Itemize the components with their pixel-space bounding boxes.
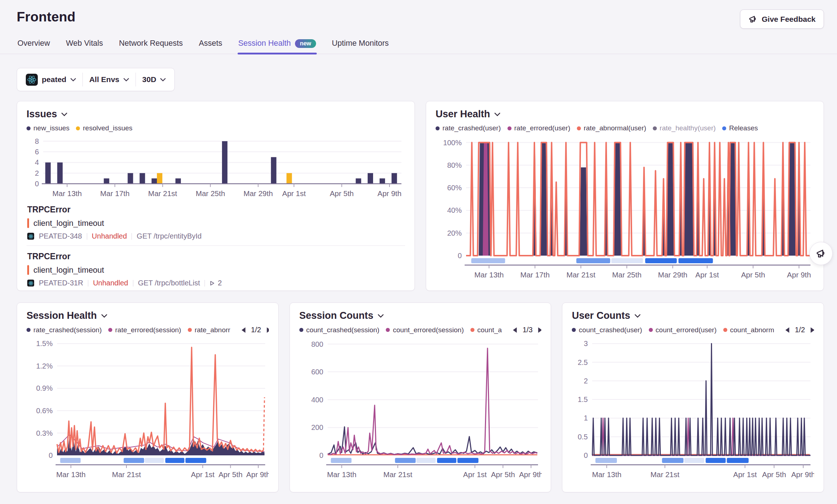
svg-text:0.3%: 0.3% [36,429,53,437]
svg-text:Apr 5th: Apr 5th [491,470,515,479]
react-project-icon [27,280,34,286]
legend-item-rate-errored[interactable]: rate_errored(user) [508,124,570,132]
environment-filter[interactable]: All Envs [83,72,136,87]
svg-text:Mar 13th: Mar 13th [56,470,86,479]
issues-chart[interactable]: 02468Mar 13thMar 17thMar 21stMar 25thMar… [27,134,405,200]
svg-text:3: 3 [584,340,588,347]
user-counts-chart[interactable]: 00.511.522.53Mar 13thMar 21stApr 1stApr … [572,336,814,481]
session-health-widget-title[interactable]: Session Health [27,310,107,321]
legend-item-rate-abnormal[interactable]: rate_abnormal(user) [577,124,646,132]
legend-next-button[interactable] [266,326,269,334]
svg-text:Apr 9th: Apr 9th [377,189,401,198]
issues-widget-title[interactable]: Issues [27,109,67,120]
legend-next-button[interactable] [537,326,541,334]
session-counts-legend: count_crashed(session) count_errored(ses… [299,326,542,334]
svg-text:40%: 40% [447,206,462,214]
session-counts-widget-title[interactable]: Session Counts [299,310,384,321]
legend-item-count-abnormal-session[interactable]: count_a [470,326,502,334]
legend-page-indicator: 1/2 [251,326,261,334]
project-filter[interactable]: peated [19,72,82,87]
legend-prev-button[interactable] [240,326,247,334]
tab-network-requests[interactable]: Network Requests [118,35,184,54]
svg-text:1.5: 1.5 [578,395,588,403]
svg-text:Apr 5th: Apr 5th [218,470,242,479]
issue-row[interactable]: TRPCError client_login_timeout PEATED-31… [27,247,405,291]
svg-text:Apr 1st: Apr 1st [282,189,306,198]
svg-text:2: 2 [584,377,588,385]
legend-dot [577,126,581,130]
svg-text:2.5: 2.5 [578,358,588,366]
svg-text:Mar 17th: Mar 17th [100,189,130,198]
legend-item-rate-healthy[interactable]: rate_healthy(user) [653,124,716,132]
legend-item-rate-crashed[interactable]: rate_crashed(user) [436,124,501,132]
svg-text:0: 0 [458,252,462,260]
issue-short-id: PEATED-31R [39,279,83,287]
issue-short-id: PEATED-348 [39,232,82,240]
legend-item-count-crashed-session[interactable]: count_crashed(session) [299,326,380,334]
legend-item-count-abnormal-user[interactable]: count_abnorm [723,326,774,334]
page-title: Frontend [17,9,76,25]
legend-dot [188,328,192,332]
list-divider [27,245,405,246]
chevron-down-icon [160,78,166,81]
legend-item-releases[interactable]: Releases [722,124,758,132]
legend-prev-button[interactable] [511,326,518,334]
date-range-filter[interactable]: 30D [136,72,173,87]
issue-row[interactable]: TRPCError client_login_timeout PEATED-34… [27,200,405,245]
floating-feedback-button[interactable] [809,242,833,265]
legend-page-indicator: 1/2 [795,326,805,334]
svg-text:Apr 1st: Apr 1st [463,470,486,479]
legend-item-rate-abnormal-session[interactable]: rate_abnorr [188,326,230,334]
tab-overview[interactable]: Overview [17,35,51,54]
user-health-legend: rate_crashed(user) rate_errored(user) ra… [436,124,814,132]
chevron-down-icon [61,113,67,116]
user-counts-widget-title[interactable]: User Counts [572,310,640,321]
user-counts-widget: User Counts count_crashed(user) count_er… [562,302,824,492]
issue-message-row: client_login_timeout [27,265,404,275]
svg-text:Mar 21st: Mar 21st [383,470,412,479]
session-health-chart[interactable]: 00.3%0.6%0.9%1.2%1.5%Mar 13thMar 21stApr… [27,336,269,481]
legend-item-new-issues[interactable]: new_issues [27,124,69,132]
svg-text:Apr 5th: Apr 5th [741,271,765,279]
meta-divider [87,233,87,240]
environment-filter-value: All Envs [89,75,120,84]
give-feedback-button[interactable]: Give Feedback [740,9,824,29]
tab-assets[interactable]: Assets [198,35,223,54]
session-counts-chart[interactable]: 0200400600800Mar 13thMar 21stApr 1stApr … [299,336,542,481]
meta-divider [132,233,132,240]
svg-text:8: 8 [35,137,39,145]
user-health-widget-title[interactable]: User Health [436,109,500,120]
tab-web-vitals[interactable]: Web Vitals [65,35,104,54]
legend-next-button[interactable] [809,326,814,334]
legend-dot [27,126,31,130]
legend-dot [470,328,474,332]
svg-text:Mar 13th: Mar 13th [52,189,82,198]
legend-item-rate-crashed-session[interactable]: rate_crashed(session) [27,326,102,334]
svg-text:0.6%: 0.6% [36,407,53,415]
react-platform-icon [26,74,38,86]
legend-item-count-errored-user[interactable]: count_errored(user) [649,326,717,334]
legend-item-count-errored-session[interactable]: count_errored(session) [386,326,464,334]
legend-dot [27,328,31,332]
svg-text:0: 0 [319,451,323,459]
svg-text:100%: 100% [443,139,462,147]
svg-text:Apr 9th: Apr 9th [246,470,269,479]
legend-item-rate-errored-session[interactable]: rate_errored(session) [108,326,181,334]
svg-text:Apr 9th: Apr 9th [519,470,541,479]
tab-session-health[interactable]: Session Health new [238,35,317,54]
user-health-chart[interactable]: 020%40%60%80%100%Mar 13thMar 17thMar 21s… [436,134,814,281]
meta-divider [133,280,133,286]
issue-type: TRPCError [27,205,404,215]
meta-divider [205,280,205,286]
chevron-down-icon [378,314,384,318]
legend-prev-button[interactable] [784,326,790,334]
svg-text:Apr 1st: Apr 1st [695,271,719,279]
tab-uptime-monitors[interactable]: Uptime Monitors [331,35,390,54]
issue-transaction: GET /trpc/bottleList [138,279,200,287]
meta-divider [88,280,88,286]
svg-text:1: 1 [584,414,588,422]
issue-meta-row: PEATED-31R Unhandled GET /trpc/bottleLis… [27,279,404,287]
give-feedback-label: Give Feedback [762,15,816,24]
legend-item-resolved-issues[interactable]: resolved_issues [76,124,132,132]
legend-item-count-crashed-user[interactable]: count_crashed(user) [572,326,642,334]
